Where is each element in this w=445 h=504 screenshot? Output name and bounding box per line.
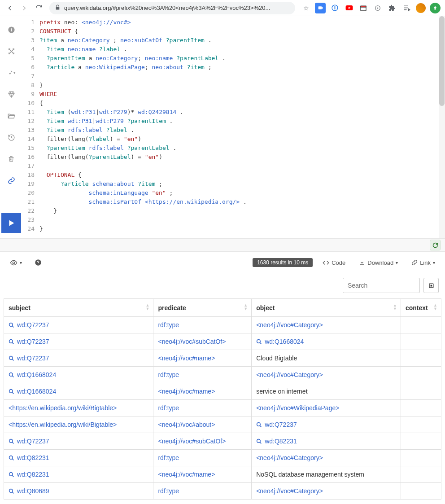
cell-context: [401, 367, 441, 383]
results-count-pill: 1630 results in 10 ms: [253, 258, 313, 267]
uri-link[interactable]: <neo4j://voc#subCatOf>: [158, 338, 226, 345]
search-icon[interactable]: [256, 421, 262, 428]
cell-subject: wd:Q72237: [4, 433, 153, 450]
entity-link[interactable]: wd:Q72237: [265, 421, 297, 428]
extension-youtube-icon[interactable]: [344, 3, 354, 13]
column-header-context[interactable]: context▲▼: [401, 299, 441, 317]
sort-icon[interactable]: ▲▼: [393, 303, 397, 311]
entity-link[interactable]: wd:Q1668024: [265, 338, 304, 345]
uri-link[interactable]: rdf:type: [158, 454, 179, 461]
line-gutter: 123456789101112131415161718192021222324: [22, 16, 38, 238]
refresh-results-button[interactable]: [430, 240, 441, 250]
run-query-button[interactable]: [1, 213, 21, 233]
download-button[interactable]: Download▾: [355, 258, 401, 268]
entity-link[interactable]: wd:Q1668024: [17, 388, 56, 395]
url-bar[interactable]: query.wikidata.org/#prefix%20neo%3A%20<n…: [49, 2, 295, 14]
info-icon[interactable]: [5, 23, 17, 36]
uri-link[interactable]: rdf:type: [158, 321, 179, 329]
uri-link[interactable]: <neo4j://voc#WikipediaPage>: [256, 404, 339, 412]
uri-link[interactable]: <https://en.wikipedia.org/wiki/Bigtable>: [9, 404, 117, 412]
cell-object: Cloud Bigtable: [252, 350, 401, 367]
uri-link[interactable]: rdf:type: [158, 404, 179, 412]
uri-link[interactable]: <neo4j://voc#Category>: [256, 321, 323, 329]
search-icon[interactable]: [9, 338, 14, 345]
column-header-object[interactable]: object▲▼: [252, 299, 401, 317]
link-button[interactable]: Link▾: [408, 258, 439, 268]
trash-icon[interactable]: [5, 153, 17, 165]
column-header-predicate[interactable]: predicate▲▼: [153, 299, 252, 317]
uri-link[interactable]: <neo4j://voc#Category>: [256, 487, 323, 495]
back-button[interactable]: [4, 2, 16, 14]
cell-predicate: rdf:type: [153, 317, 252, 333]
entity-link[interactable]: wd:Q82231: [17, 454, 49, 461]
search-icon[interactable]: [9, 388, 14, 395]
profile-avatar[interactable]: [415, 3, 426, 13]
search-icon[interactable]: [256, 438, 262, 445]
extensions-puzzle-icon[interactable]: [387, 3, 397, 13]
fullscreen-button[interactable]: [423, 278, 439, 293]
forward-button[interactable]: [18, 2, 31, 14]
code-content[interactable]: prefix neo: <neo4j://voc#>CONSTRUCT {?it…: [38, 16, 439, 238]
extension-circle-icon[interactable]: [372, 3, 383, 13]
search-icon[interactable]: [9, 487, 14, 495]
search-icon[interactable]: [9, 321, 14, 329]
entity-link[interactable]: wd:Q82231: [17, 471, 49, 478]
entity-link[interactable]: wd:Q72237: [17, 355, 49, 362]
uri-link[interactable]: <neo4j://voc#subCatOf>: [158, 438, 226, 445]
uri-link[interactable]: <neo4j://voc#name>: [158, 388, 215, 395]
extension-calendar-icon[interactable]: [358, 3, 369, 13]
search-icon[interactable]: [9, 371, 14, 378]
search-input[interactable]: [343, 278, 420, 293]
extension-zoom-icon[interactable]: [315, 3, 326, 13]
extension-1password-icon[interactable]: [329, 3, 340, 13]
cell-predicate: rdf:type: [153, 450, 252, 466]
editor-scrollbar[interactable]: [439, 16, 445, 238]
table-body: wd:Q72237rdf:type<neo4j://voc#Category>w…: [4, 317, 441, 500]
uri-link[interactable]: <neo4j://voc#Category>: [256, 454, 323, 461]
uri-link[interactable]: <neo4j://voc#name>: [158, 471, 215, 478]
shuffle-icon[interactable]: [5, 45, 17, 57]
uri-link[interactable]: <neo4j://voc#Category>: [256, 371, 323, 378]
extension-update-icon[interactable]: [430, 3, 441, 13]
view-mode-dropdown[interactable]: ▾: [6, 257, 26, 268]
cell-text: service on internet: [256, 388, 307, 395]
uri-link[interactable]: rdf:type: [158, 371, 179, 378]
folder-open-icon[interactable]: [5, 110, 17, 122]
uri-link[interactable]: <https://en.wikipedia.org/wiki/Bigtable>: [9, 421, 117, 428]
svg-rect-0: [318, 6, 322, 9]
cell-object: <neo4j://voc#WikipediaPage>: [252, 400, 401, 416]
entity-link[interactable]: wd:Q72237: [17, 338, 49, 345]
scrollbar-thumb[interactable]: [439, 16, 445, 106]
reload-button[interactable]: [32, 2, 45, 14]
pin-icon[interactable]: ▾: [5, 66, 17, 79]
entity-link[interactable]: wd:Q1668024: [17, 371, 56, 378]
search-icon[interactable]: [9, 438, 14, 445]
column-header-subject[interactable]: subject▲▼: [4, 299, 153, 317]
table-row: wd:Q1668024<neo4j://voc#name>service on …: [4, 383, 441, 400]
entity-link[interactable]: wd:Q72237: [17, 438, 49, 445]
svg-rect-4: [361, 6, 366, 7]
uri-link[interactable]: <neo4j://voc#name>: [158, 355, 215, 362]
entity-link[interactable]: wd:Q80689: [17, 487, 49, 495]
entity-link[interactable]: wd:Q72237: [17, 321, 49, 329]
search-icon[interactable]: [256, 338, 262, 345]
code-editor[interactable]: 123456789101112131415161718192021222324 …: [22, 16, 445, 238]
diamond-icon[interactable]: [5, 88, 17, 101]
extension-playlist-icon[interactable]: [401, 3, 412, 13]
link-icon[interactable]: [5, 174, 17, 187]
history-icon[interactable]: [5, 131, 17, 144]
sort-icon[interactable]: ▲▼: [244, 303, 248, 311]
uri-link[interactable]: <neo4j://voc#about>: [158, 421, 215, 428]
cell-context: [401, 416, 441, 433]
entity-link[interactable]: wd:Q82231: [265, 438, 297, 445]
cell-predicate: rdf:type: [153, 367, 252, 383]
sort-icon[interactable]: ▲▼: [433, 303, 437, 311]
sort-icon[interactable]: ▲▼: [146, 303, 150, 311]
search-icon[interactable]: [9, 471, 14, 478]
uri-link[interactable]: rdf:type: [158, 487, 179, 495]
search-icon[interactable]: [9, 355, 14, 362]
help-icon[interactable]: [31, 257, 45, 268]
search-icon[interactable]: [9, 454, 14, 461]
star-icon[interactable]: ☆: [301, 3, 311, 13]
code-button[interactable]: Code: [319, 258, 349, 268]
